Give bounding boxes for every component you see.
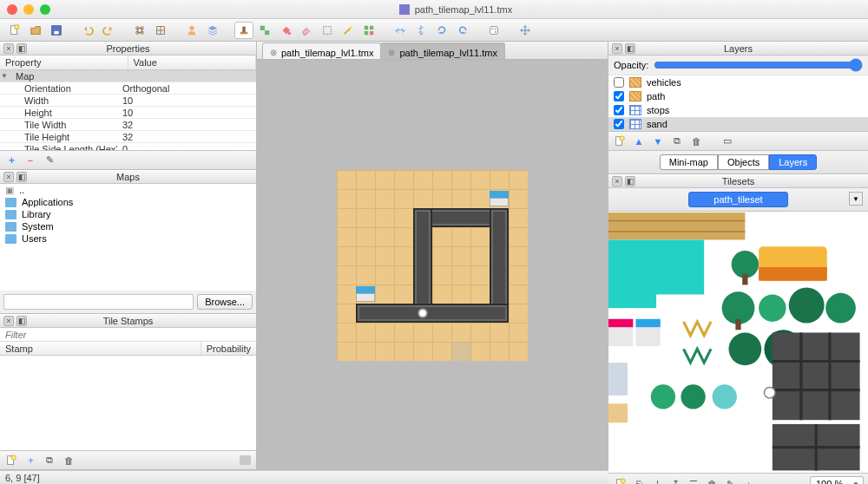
canvas-viewport[interactable]	[257, 60, 608, 470]
export-tileset-button[interactable]: ⤓	[649, 477, 665, 484]
document-tab[interactable]: ⊗path_tilemap_lvl11.tmx	[380, 43, 505, 59]
document-tab[interactable]: ⊗path_tilemap_lvl1.tmx	[262, 43, 381, 59]
properties-list[interactable]: ▼Map OrientationOrthogonal Width10 Heigh…	[0, 70, 256, 150]
add-stamp-button[interactable]: ＋	[23, 454, 38, 468]
layer-up-button[interactable]: ▲	[631, 134, 647, 148]
layer-down-button[interactable]: ▼	[650, 134, 666, 148]
delete-layer-button[interactable]: 🗑	[688, 134, 704, 148]
embed-tileset-button[interactable]: ⎘	[631, 477, 647, 484]
stamp-tool-button[interactable]	[234, 22, 253, 39]
close-panel-button[interactable]: ×	[3, 172, 14, 182]
terrain-tool-button[interactable]	[255, 22, 274, 39]
open-file-button[interactable]	[26, 22, 45, 39]
same-tile-tool-button[interactable]	[359, 22, 378, 39]
layers-button[interactable]	[203, 22, 222, 39]
close-tab-icon[interactable]: ⊗	[388, 48, 395, 57]
maps-path-input[interactable]	[3, 294, 194, 310]
delete-tileset-button[interactable]: 🗑	[704, 477, 720, 484]
property-row[interactable]: Tile Height32	[0, 131, 256, 143]
resize-button[interactable]	[151, 22, 170, 39]
delete-stamp-button[interactable]: 🗑	[61, 454, 76, 468]
maps-folder-row[interactable]: Users	[0, 232, 256, 245]
tab-objects[interactable]: Objects	[718, 154, 769, 170]
maps-folder-row[interactable]: Applications	[0, 196, 256, 208]
close-window-button[interactable]	[7, 4, 17, 15]
rotate-right-button[interactable]	[453, 22, 472, 39]
new-layer-button[interactable]	[612, 134, 628, 148]
add-tiles-button[interactable]: ＋	[740, 477, 756, 484]
tileset-view[interactable]	[608, 212, 868, 473]
flip-v-button[interactable]	[411, 22, 431, 39]
property-column-header[interactable]: Property	[0, 56, 128, 69]
layer-row[interactable]: sand	[608, 117, 868, 131]
new-file-button[interactable]	[5, 22, 24, 39]
flip-h-button[interactable]	[391, 22, 410, 39]
layer-row[interactable]: vehicles	[608, 75, 868, 89]
import-tileset-button[interactable]: ⤒	[667, 477, 683, 484]
maps-folder-row[interactable]: System	[0, 220, 256, 232]
stamps-list[interactable]	[0, 356, 256, 450]
close-panel-button[interactable]: ×	[3, 316, 14, 326]
stamps-folder-button[interactable]	[237, 454, 253, 468]
redo-button[interactable]	[99, 22, 118, 39]
close-tab-icon[interactable]: ⊗	[270, 48, 277, 57]
tileset-dropdown-button[interactable]: ▼	[849, 192, 863, 206]
opacity-slider[interactable]	[654, 58, 863, 72]
fill-tool-button[interactable]	[276, 22, 295, 39]
layer-row[interactable]: path	[608, 89, 868, 103]
popout-panel-button[interactable]: ◧	[625, 43, 635, 54]
stamp-filter-input[interactable]	[0, 328, 256, 342]
tileset-zoom-combo[interactable]: 100 %▼	[810, 476, 864, 484]
rect-select-tool-button[interactable]	[318, 22, 337, 39]
random-button[interactable]	[484, 22, 503, 39]
tab-minimap[interactable]: Mini-map	[660, 154, 718, 170]
edit-property-button[interactable]: ✎	[42, 154, 57, 167]
command-button[interactable]	[130, 22, 149, 39]
toggle-other-layers-button[interactable]: ▭	[720, 134, 735, 148]
property-row[interactable]: Height10	[0, 107, 256, 119]
tileset-properties-button[interactable]: ☰	[686, 477, 701, 484]
maps-up-row[interactable]: ▣..	[0, 184, 256, 196]
popout-panel-button[interactable]: ◧	[16, 172, 27, 182]
add-property-button[interactable]: ＋	[3, 154, 19, 167]
edit-tileset-button[interactable]: ✎	[722, 477, 738, 484]
duplicate-stamp-button[interactable]: ⧉	[42, 454, 57, 468]
rotate-left-button[interactable]	[432, 22, 451, 39]
close-panel-button[interactable]: ×	[612, 43, 622, 54]
minimize-window-button[interactable]	[23, 4, 34, 15]
property-group-row[interactable]: ▼Map	[0, 70, 256, 82]
layer-row[interactable]: stops	[608, 103, 868, 117]
close-panel-button[interactable]: ×	[612, 176, 622, 186]
popout-panel-button[interactable]: ◧	[16, 316, 27, 326]
layers-list[interactable]: vehicles path stops sand	[608, 75, 868, 131]
property-row[interactable]: OrientationOrthogonal	[0, 82, 256, 95]
remove-tiles-button[interactable]: −	[759, 477, 774, 484]
layer-visible-checkbox[interactable]	[614, 77, 624, 88]
tileset-image[interactable]	[608, 212, 868, 473]
layer-visible-checkbox[interactable]	[614, 105, 624, 115]
duplicate-layer-button[interactable]: ⧉	[669, 134, 685, 148]
maximize-window-button[interactable]	[40, 4, 50, 15]
close-panel-button[interactable]: ×	[3, 43, 14, 54]
stamp-column-header[interactable]: Stamp	[0, 342, 201, 355]
new-stamp-button[interactable]	[3, 454, 19, 468]
remove-property-button[interactable]: −	[23, 154, 38, 167]
wand-tool-button[interactable]	[339, 22, 358, 39]
layer-visible-checkbox[interactable]	[614, 119, 624, 129]
popout-panel-button[interactable]: ◧	[16, 43, 27, 54]
tab-layers[interactable]: Layers	[769, 154, 817, 170]
new-tileset-button[interactable]	[613, 477, 628, 484]
map-canvas[interactable]	[337, 170, 528, 361]
undo-button[interactable]	[78, 22, 97, 39]
value-column-header[interactable]: Value	[128, 56, 257, 69]
property-row[interactable]: Width10	[0, 95, 256, 107]
move-button[interactable]	[516, 22, 535, 39]
save-file-button[interactable]	[47, 22, 66, 39]
property-row[interactable]: Tile Width32	[0, 119, 256, 131]
maps-list[interactable]: ▣.. Applications Library System Users	[0, 184, 256, 291]
layer-visible-checkbox[interactable]	[614, 91, 624, 101]
property-row[interactable]: Tile Side Length (Hex)0	[0, 143, 256, 150]
browse-button[interactable]: Browse...	[197, 294, 253, 310]
eraser-tool-button[interactable]	[297, 22, 316, 39]
maps-folder-row[interactable]: Library	[0, 208, 256, 220]
